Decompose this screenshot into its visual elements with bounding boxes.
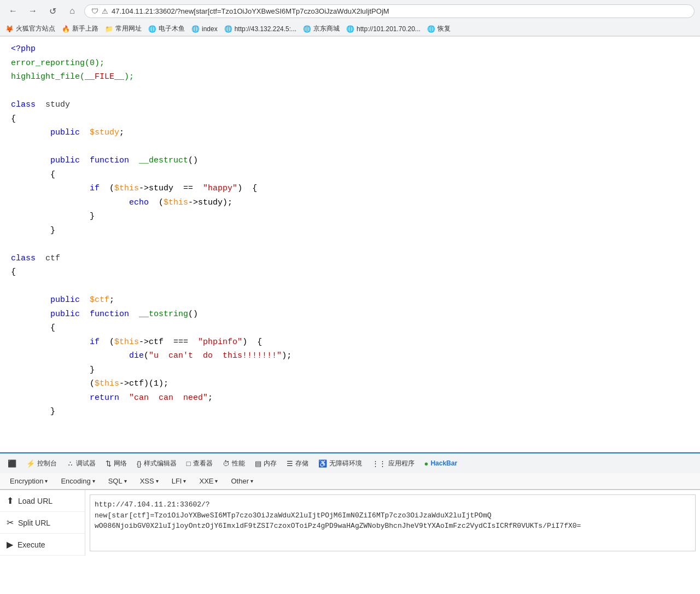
code-line-close-tostring: } <box>11 405 689 419</box>
code-line-open2: { <box>11 168 689 182</box>
devtools-tab-storage[interactable]: ☰ 存储 <box>282 457 313 470</box>
hackbar-icon: ● <box>424 459 429 468</box>
encryption-label: Encryption <box>10 477 43 485</box>
bookmark-43[interactable]: 🌐 http://43.132.224.5:... <box>224 25 296 33</box>
address-bar[interactable]: 🛡 ⚠ 47.104.11.21:33602/?new[star[ctf=Tzo… <box>84 4 695 18</box>
encoding-arrow-icon: ▾ <box>92 478 95 484</box>
debugger-icon: ⛬ <box>67 459 74 468</box>
code-line-open4: { <box>11 321 689 335</box>
devtools-tab-perf[interactable]: ⏱ 性能 <box>218 457 249 470</box>
devtools-tab-apps[interactable]: ⋮⋮ 应用程序 <box>368 457 419 470</box>
split-url-button[interactable]: ✂ Split URL <box>0 512 85 534</box>
hackbar-encoding-btn[interactable]: Encoding ▾ <box>55 475 100 487</box>
code-line-open3: { <box>11 265 689 279</box>
code-line-if-happy: if ($this->study == "happy") { <box>11 182 689 196</box>
bookmark-jd[interactable]: 🌐 京东商城 <box>303 24 340 33</box>
devtools-tab-style[interactable]: {} 样式编辑器 <box>132 457 181 470</box>
hackbar-lfi-btn[interactable]: LFI ▾ <box>166 475 192 487</box>
devtools-debugger-label: 调试器 <box>76 459 96 468</box>
devtools-tab-unknown[interactable]: ⬛ <box>3 457 21 470</box>
code-line-error: error_reporting(0); <box>11 56 689 71</box>
code-line-open1: { <box>11 112 689 126</box>
xss-arrow-icon: ▾ <box>156 478 159 484</box>
code-line-public-ctf: public $ctf; <box>11 293 689 307</box>
xxe-label: XXE <box>199 477 213 485</box>
devtools-storage-label: 存储 <box>295 459 308 468</box>
devtools-tab-console[interactable]: ⚡ 控制台 <box>22 457 61 470</box>
bookmark-label: 恢复 <box>438 24 451 33</box>
load-url-label: Load URL <box>18 497 52 505</box>
hackbar-xss-btn[interactable]: XSS ▾ <box>135 475 164 487</box>
other-arrow-icon: ▾ <box>250 478 253 484</box>
hackbar-actions: ⬆ Load URL ✂ Split URL ▶ Execute <box>0 490 85 556</box>
refresh-button[interactable]: ↺ <box>45 3 60 19</box>
xss-label: XSS <box>140 477 154 485</box>
code-line-public-tostring: public function __tostring() <box>11 307 689 322</box>
sql-label: SQL <box>108 477 122 485</box>
bookmark-icon: 🦊 <box>5 25 14 33</box>
bookmark-huhuo[interactable]: 🦊 火狐官方站点 <box>5 24 55 33</box>
bookmark-icon: 🌐 <box>303 25 311 33</box>
encoding-label: Encoding <box>61 477 90 485</box>
hackbar-xxe-btn[interactable]: XXE ▾ <box>194 475 223 487</box>
bookmark-icon: 🌐 <box>224 25 232 33</box>
nav-bar: ← → ↺ ⌂ 🛡 ⚠ 47.104.11.21:33602/?new[star… <box>0 0 700 22</box>
encryption-arrow-icon: ▾ <box>45 478 48 484</box>
execute-icon: ▶ <box>7 539 13 550</box>
execute-button[interactable]: ▶ Execute <box>0 534 85 556</box>
code-line-php: <?php <box>11 42 689 56</box>
split-url-icon: ✂ <box>7 517 14 528</box>
devtools-hackbar-label: HackBar <box>430 459 457 467</box>
bookmark-dzmj[interactable]: 🌐 电子木鱼 <box>148 24 185 33</box>
home-button[interactable]: ⌂ <box>65 3 80 19</box>
bookmark-label: 火狐官方站点 <box>16 24 55 33</box>
devtools-tab-memory[interactable]: ▤ 内存 <box>250 457 281 470</box>
accessibility-icon: ♿ <box>318 459 327 468</box>
bookmark-label: index <box>202 25 218 33</box>
warning-icon: ⚠ <box>102 7 108 15</box>
apps-icon: ⋮⋮ <box>372 459 386 468</box>
devtools-network-label: 网络 <box>114 459 127 468</box>
bookmark-101[interactable]: 🌐 http://101.201.70.20... <box>346 25 421 33</box>
bookmarks-bar: 🦊 火狐官方站点 🔥 新手上路 📁 常用网址 🌐 电子木鱼 🌐 index 🌐 … <box>0 22 700 36</box>
hackbar-encryption-btn[interactable]: Encryption ▾ <box>4 475 53 487</box>
code-line-close-destruct: } <box>11 224 689 238</box>
bookmark-newbie[interactable]: 🔥 新手上路 <box>62 24 98 33</box>
storage-icon: ☰ <box>287 459 293 468</box>
sql-arrow-icon: ▾ <box>124 478 127 484</box>
devtools-tab-debugger[interactable]: ⛬ 调试器 <box>62 457 100 470</box>
devtools-memory-label: 内存 <box>264 459 277 468</box>
execute-label: Execute <box>18 540 45 549</box>
bookmark-icon: 🌐 <box>346 25 354 33</box>
devtools-tab-accessibility[interactable]: ♿ 无障碍环境 <box>314 457 366 470</box>
code-line-return: return "can can need"; <box>11 391 689 405</box>
code-line-close-if2: } <box>11 363 689 377</box>
hackbar-url-input[interactable] <box>90 494 696 551</box>
bookmark-index[interactable]: 🌐 index <box>191 25 218 33</box>
code-line-public-destruct: public function __destruct() <box>11 154 689 168</box>
forward-button[interactable]: → <box>25 3 40 19</box>
bookmark-restore[interactable]: 🌐 恢复 <box>427 24 451 33</box>
devtools-accessibility-label: 无障碍环境 <box>329 459 362 468</box>
code-line-echo: echo ($this->study); <box>11 196 689 210</box>
load-url-button[interactable]: ⬆ Load URL <box>0 490 85 512</box>
devtools-apps-label: 应用程序 <box>388 459 415 468</box>
hackbar-url-area[interactable] <box>85 490 700 556</box>
other-label: Other <box>231 477 249 485</box>
devtools-tab-network[interactable]: ⇅ 网络 <box>101 457 131 470</box>
devtools-tab-inspector[interactable]: □ 查看器 <box>182 457 217 470</box>
load-url-icon: ⬆ <box>7 496 14 506</box>
back-button[interactable]: ← <box>5 3 21 19</box>
hackbar-sql-btn[interactable]: SQL ▾ <box>103 475 132 487</box>
devtools-bar: ⬛ ⚡ 控制台 ⛬ 调试器 ⇅ 网络 {} 样式编辑器 □ 查看器 ⏱ 性能 ▤… <box>0 452 700 473</box>
code-display: <?php error_reporting(0); highlight_file… <box>0 37 700 452</box>
hackbar-other-btn[interactable]: Other ▾ <box>225 475 259 487</box>
bookmark-common[interactable]: 📁 常用网址 <box>105 24 142 33</box>
style-icon: {} <box>137 459 142 468</box>
devtools-tab-hackbar[interactable]: ● HackBar <box>420 457 462 470</box>
url-display: 47.104.11.21:33602/?new[star[ctf=Tzo1OiJ… <box>112 7 389 15</box>
bookmark-icon: 🔥 <box>62 25 70 33</box>
bookmark-label: 常用网址 <box>115 24 142 33</box>
hackbar-panel: ⬆ Load URL ✂ Split URL ▶ Execute <box>0 490 700 556</box>
bookmark-label: http://101.201.70.20... <box>357 25 421 33</box>
